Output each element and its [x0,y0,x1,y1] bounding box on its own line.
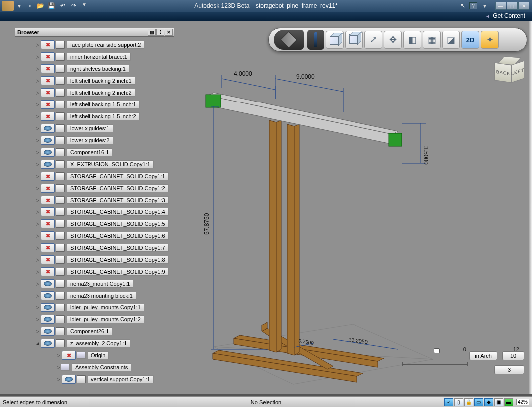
expand-arrow-icon[interactable]: ▷ [35,150,40,155]
ground-toggle-icon[interactable]: ▬ [504,398,513,406]
visibility-toggle-icon[interactable] [41,219,55,228]
expand-arrow-icon[interactable]: ◢ [35,341,40,346]
ortho-lock-icon[interactable]: 🔒 [464,398,473,406]
primitives-icon[interactable] [274,30,304,50]
visibility-toggle-icon[interactable] [41,267,55,276]
close-button[interactable]: ✕ [518,2,529,10]
visibility-toggle-icon[interactable] [41,124,55,133]
expand-arrow-icon[interactable]: ▷ [35,126,40,131]
visibility-toggle-icon[interactable] [62,375,76,384]
2d-drawing-icon[interactable]: 2D [461,31,479,49]
tree-item[interactable]: ▷idler_pulley_mounts Copy1:2 [15,313,174,325]
tree-item[interactable]: ▷Component26:1 [15,325,174,337]
tree-item[interactable]: ▷nema23_mount Copy1:1 [15,278,174,290]
tree-item[interactable]: ◢z_assembly_2 Copy1:1 [15,337,174,349]
tree-item[interactable]: ▷left shelf backing 2 inch:1 [15,75,174,87]
tree-item[interactable]: ▷lower x guides:1 [15,122,174,134]
visibility-toggle-icon[interactable] [41,64,55,73]
open-file-icon[interactable]: 📂 [37,2,45,10]
expand-arrow-icon[interactable]: ▷ [56,353,61,358]
expand-arrow-icon[interactable]: ▷ [35,269,40,274]
visibility-toggle-icon[interactable] [41,196,55,204]
viewport[interactable]: 4.0000 9.0000 3.5000 57.8750 0.7500 11.2… [0,21,532,394]
expand-arrow-icon[interactable]: ▷ [35,257,40,262]
browser-tree[interactable]: ▷face plate rear side support:2▷inner ho… [15,37,174,387]
expand-arrow-icon[interactable]: ▷ [56,377,61,382]
tree-item[interactable]: ▷STORAGE_CABINET_SOLID Copy1:1 [15,170,174,182]
expand-arrow-icon[interactable]: ▷ [35,78,40,83]
expand-arrow-icon[interactable]: ▷ [35,90,40,95]
tree-item[interactable]: ▷face plate rear side support:2 [15,39,174,51]
material-tool-icon[interactable]: ✦ [481,31,499,49]
expand-arrow-icon[interactable]: ▷ [35,317,40,322]
tree-subitem[interactable]: ▷Origin [15,349,174,361]
tree-item[interactable]: ▷nema23 mounting block:1 [15,290,174,302]
save-file-icon[interactable]: 💾 [48,2,56,10]
edges-toggle-icon[interactable]: ▣ [494,398,503,406]
visibility-toggle-icon[interactable] [41,52,55,61]
tree-subitem[interactable]: ▷vertical support Copy1:1 [15,373,174,385]
pointer-icon[interactable]: ↖ [460,2,465,9]
browser-close-icon[interactable]: ✕ [165,29,173,36]
tree-item[interactable]: ▷STORAGE_CABINET_SOLID Copy1:2 [15,182,174,194]
expand-arrow-icon[interactable]: ▷ [35,329,40,334]
browser-options-icon[interactable]: ▤ [148,29,156,36]
zoom-level[interactable]: 42% [516,399,529,405]
press-pull-tool-icon[interactable]: ⤢ [364,31,382,49]
help-dropdown-icon[interactable]: ▼ [482,3,487,9]
expand-arrow-icon[interactable]: ▷ [35,233,40,238]
ruler-slider-knob[interactable] [434,346,440,355]
visibility-toggle-icon[interactable] [41,291,55,300]
visibility-toggle-icon[interactable] [41,243,55,252]
visibility-toggle-icon[interactable] [41,148,55,157]
new-file-icon[interactable]: ▫ [26,2,34,10]
visibility-toggle-icon[interactable] [41,339,55,348]
undo-icon[interactable]: ↶ [59,2,67,10]
tree-item[interactable]: ▷idler_pulley_mounts Copy1:1 [15,302,174,313]
tree-item[interactable]: ▷left shelf backing 1.5 inch:1 [15,99,174,110]
ruler-value-box[interactable]: 3 [494,365,524,374]
shell-tool-icon[interactable]: ◧ [403,31,421,49]
tree-item[interactable]: ▷STORAGE_CABINET_SOLID Copy1:3 [15,194,174,206]
tree-item[interactable]: ▷left shelf backing 2 inch:2 [15,87,174,99]
expand-arrow-icon[interactable]: ▷ [35,305,40,310]
expand-arrow-icon[interactable]: ▷ [35,186,40,191]
browser-header[interactable]: Browser ▤ ⋮ ✕ [15,28,174,37]
vertical-scrollbar[interactable] [529,21,532,394]
units-selector[interactable]: in Arch [469,351,497,360]
grid-value-box[interactable]: 10 [502,351,524,360]
visibility-toggle-icon[interactable] [41,100,55,109]
plane-toggle-icon[interactable]: ▭ [474,398,483,406]
expand-arrow-icon[interactable]: ▷ [35,281,40,286]
tree-item[interactable]: ▷X_EXTRUSION_SOLID Copy1:1 [15,158,174,170]
visibility-toggle-icon[interactable] [41,88,55,97]
sketch-icon[interactable] [307,30,324,50]
app-logo-icon[interactable] [2,1,14,11]
visibility-toggle-icon[interactable] [41,303,55,312]
expand-arrow-icon[interactable]: ▷ [35,54,40,59]
visibility-toggle-icon[interactable] [41,40,55,49]
pattern-tool-icon[interactable]: ▦ [423,31,441,49]
visibility-toggle-icon[interactable] [41,184,55,193]
help-icon[interactable]: ? [469,2,477,9]
viewcube-left[interactable]: LEFT [511,61,524,83]
visibility-toggle-icon[interactable] [41,315,55,324]
expand-arrow-icon[interactable]: ▷ [35,209,40,214]
tree-item[interactable]: ▷inner horizontal brace:1 [15,51,174,63]
expand-arrow-icon[interactable]: ▷ [35,293,40,298]
view-cube[interactable]: BACK LEFT [491,57,523,89]
qat-dropdown-icon[interactable]: ▼ [82,2,87,10]
visibility-toggle-icon[interactable] [41,172,55,181]
visibility-toggle-icon[interactable] [41,279,55,288]
combine-tool-icon[interactable]: ◪ [442,31,460,49]
browser-filter-icon[interactable]: ⋮ [156,29,164,36]
tree-item[interactable]: ▷STORAGE_CABINET_SOLID Copy1:8 [15,254,174,266]
expand-arrow-icon[interactable]: ▷ [35,66,40,71]
expand-arrow-icon[interactable]: ▷ [35,221,40,226]
box-tool-icon[interactable] [326,31,344,49]
tree-item[interactable]: ▷STORAGE_CABINET_SOLID Copy1:7 [15,242,174,254]
grid-toggle-icon[interactable]: ▯ [454,398,463,406]
visibility-toggle-icon[interactable] [41,76,55,85]
expand-arrow-icon[interactable]: ▷ [35,42,40,47]
tree-subitem[interactable]: ▷Assembly Constraints [15,361,174,373]
